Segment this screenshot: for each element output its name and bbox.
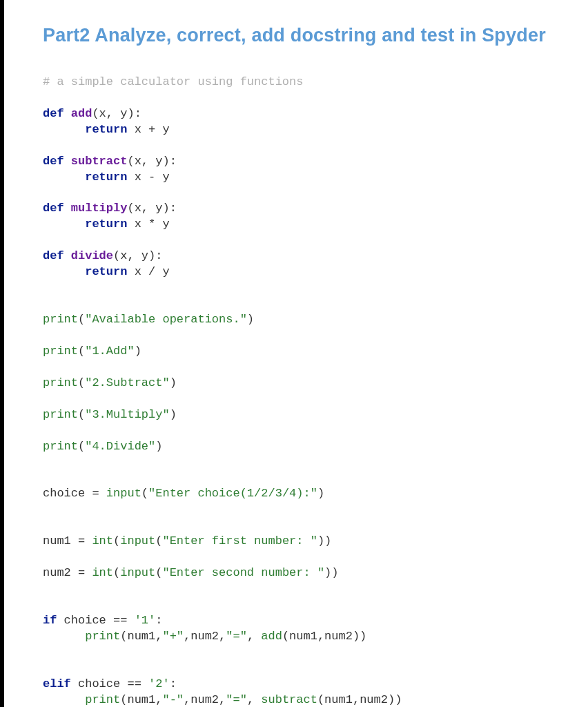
print-available: print("Available operations.") xyxy=(43,312,588,328)
page-title: Part2 Analyze, correct, add docstring an… xyxy=(43,25,588,46)
func-def-add: def add(x, y): return x + y xyxy=(43,106,588,138)
func-def-multiply: def multiply(x, y): return x * y xyxy=(43,201,588,233)
func-def-divide: def divide(x, y): return x / y xyxy=(43,249,588,280)
print-opt1: print("1.Add") xyxy=(43,344,588,360)
num1-assign: num1 = int(input("Enter first number: ")… xyxy=(43,534,588,550)
func-def-subtract: def subtract(x, y): return x - y xyxy=(43,154,588,186)
code-comment: # a simple calculator using functions xyxy=(43,75,303,88)
if-choice-1: if choice == '1': print(num1,"+",num2,"=… xyxy=(43,613,588,645)
print-opt2: print("2.Subtract") xyxy=(43,376,588,391)
print-opt4: print("4.Divide") xyxy=(43,439,588,455)
code-block: # a simple calculator using functions de… xyxy=(43,59,588,707)
document-page: Part2 Analyze, correct, add docstring an… xyxy=(4,0,588,707)
print-opt3: print("3.Multiply") xyxy=(43,407,588,423)
choice-assign: choice = input("Enter choice(1/2/3/4):") xyxy=(43,486,588,502)
num2-assign: num2 = int(input("Enter second number: "… xyxy=(43,565,588,581)
elif-choice-2: elif choice == '2': print(num1,"-",num2,… xyxy=(43,677,588,707)
